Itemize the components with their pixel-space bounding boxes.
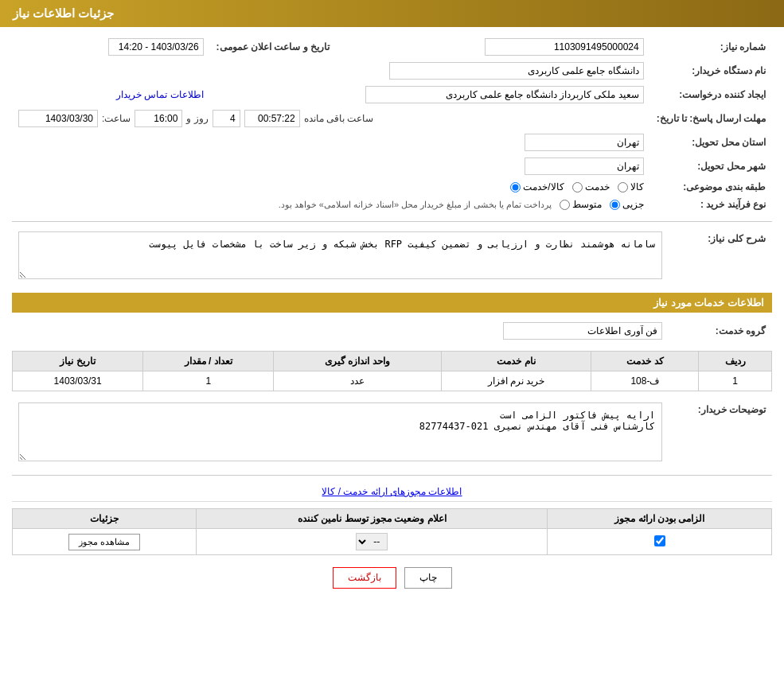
category-cell: کالا خدمت کالا/خدمت [12, 178, 650, 196]
purchase-type-label: نوع فرآیند خرید : [650, 196, 772, 213]
col-need-date: تاریخ نیاز [13, 352, 143, 371]
service-group-input[interactable] [503, 322, 662, 340]
permits-section-link: اطلاعات مجوزهای ارائه خدمت / کالا [12, 482, 772, 502]
city-label: شهر محل تحویل: [650, 154, 772, 178]
reply-time-label: ساعت: [102, 113, 131, 124]
radio-service[interactable] [572, 182, 583, 192]
radio-service-text: خدمت [585, 181, 610, 192]
requester-label: ایجاد کننده درخواست: [650, 83, 772, 107]
radio-goods[interactable] [618, 182, 628, 192]
col-service-code: کد خدمت [591, 352, 699, 371]
permit-details-cell: مشاهده مجوز [13, 529, 197, 555]
permit-required-checkbox[interactable] [654, 535, 665, 546]
need-number-input[interactable] [485, 38, 644, 56]
service-group-table: گروه خدمت: [12, 319, 772, 343]
buyer-org-label: نام دستگاه خریدار: [650, 59, 772, 83]
buyer-org-input[interactable] [389, 62, 644, 80]
services-section-title: اطلاعات خدمات مورد نیاز [12, 293, 772, 313]
col-unit: واحد اندازه گیری [274, 352, 441, 371]
list-item: -- مشاهده مجوز [13, 529, 772, 555]
buyer-notes-table: توضیحات خریدار: [12, 399, 772, 467]
divider-2 [12, 475, 772, 476]
category-label: طبقه بندی موضوعی: [650, 178, 772, 196]
col-row-num: ردیف [699, 352, 772, 371]
need-number-label: شماره نیاز: [650, 35, 772, 59]
province-input[interactable] [525, 134, 644, 151]
reply-time-input[interactable] [135, 110, 182, 127]
city-cell [12, 154, 650, 178]
reply-date-input[interactable] [18, 110, 98, 127]
contact-link-cell: اطلاعات تماس خریدار [12, 83, 210, 107]
buyer-notes-cell [12, 399, 669, 467]
announce-date-input[interactable] [108, 38, 204, 56]
view-permit-button[interactable]: مشاهده مجوز [68, 534, 140, 550]
cell-need-date: 1403/03/31 [13, 371, 143, 391]
purchase-note: پرداخت تمام یا بخشی از مبلغ خریدار محل «… [279, 200, 552, 210]
radio-service-label[interactable]: خدمت [572, 181, 610, 192]
cell-service-name: خرید نرم افزار [441, 371, 591, 391]
services-table: ردیف کد خدمت نام خدمت واحد اندازه گیری ت… [12, 351, 772, 391]
permit-col-status: اعلام وضعیت مجوز توسط نامین کننده [197, 509, 548, 529]
reply-deadline-cell: ساعت: روز و ساعت باقی مانده [12, 107, 650, 130]
buyer-notes-textarea[interactable] [18, 402, 662, 461]
cell-quantity: 1 [143, 371, 274, 391]
contact-link[interactable]: اطلاعات تماس خریدار [116, 89, 204, 100]
info-table: شماره نیاز: تاریخ و ساعت اعلان عمومی: نا… [12, 35, 772, 213]
cell-row-num: 1 [699, 371, 772, 391]
cell-unit: عدد [274, 371, 441, 391]
radio-medium-text: متوسط [572, 199, 602, 210]
radio-medium[interactable] [560, 200, 570, 210]
cell-service-code: ف-108 [591, 371, 699, 391]
permit-status-select[interactable]: -- [356, 533, 388, 550]
permit-status-cell: -- [197, 529, 548, 555]
table-row: 1 ف-108 خرید نرم افزار عدد 1 1403/03/31 [13, 371, 772, 391]
requester-cell [210, 83, 650, 107]
service-group-label: گروه خدمت: [669, 319, 772, 343]
province-label: استان محل تحویل: [650, 130, 772, 154]
bottom-buttons: چاپ بازگشت [12, 567, 772, 589]
col-service-name: نام خدمت [441, 352, 591, 371]
radio-medium-label[interactable]: متوسط [560, 199, 602, 210]
days-label: روز و [186, 113, 208, 124]
city-input[interactable] [525, 157, 644, 175]
description-textarea[interactable] [18, 231, 662, 279]
reply-deadline-label: مهلت ارسال پاسخ: تا تاریخ: [650, 107, 772, 130]
radio-goods-service[interactable] [510, 182, 521, 192]
print-button[interactable]: چاپ [404, 567, 452, 589]
page-header: جزئیات اطلاعات نیاز [0, 0, 784, 27]
col-quantity: تعداد / مقدار [143, 352, 274, 371]
description-cell [12, 228, 669, 285]
radio-partial-label[interactable]: جزیی [610, 199, 644, 210]
announce-date-label: تاریخ و ساعت اعلان عمومی: [210, 35, 336, 59]
back-button[interactable]: بازگشت [333, 567, 396, 589]
permit-col-details: جزئیات [13, 509, 197, 529]
description-table: شرح کلی نیاز: [12, 228, 772, 285]
permit-required-cell [548, 529, 772, 555]
radio-goods-service-text: کالا/خدمت [523, 181, 564, 192]
description-label: شرح کلی نیاز: [669, 228, 772, 285]
need-number-cell [336, 35, 650, 59]
province-cell [12, 130, 650, 154]
permit-col-required: الزامی بودن ارائه مجوز [548, 509, 772, 529]
service-group-cell [12, 319, 669, 343]
buyer-org-cell [12, 59, 650, 83]
radio-partial-text: جزیی [622, 199, 644, 210]
announce-date-cell [12, 35, 210, 59]
requester-input[interactable] [365, 86, 644, 103]
radio-goods-text: کالا [630, 181, 644, 192]
time-remaining-label: ساعت باقی مانده [304, 113, 374, 124]
permits-link[interactable]: اطلاعات مجوزهای ارائه خدمت / کالا [322, 486, 462, 497]
purchase-type-cell: جزیی متوسط پرداخت تمام یا بخشی از مبلغ خ… [12, 196, 650, 213]
header-title: جزئیات اطلاعات نیاز [13, 6, 114, 20]
radio-partial[interactable] [610, 200, 620, 210]
time-remaining-input[interactable] [244, 110, 300, 127]
days-input[interactable] [213, 110, 240, 127]
buyer-notes-label: توضیحات خریدار: [669, 399, 772, 467]
permits-table: الزامی بودن ارائه مجوز اعلام وضعیت مجوز … [12, 508, 772, 555]
radio-goods-service-label[interactable]: کالا/خدمت [510, 181, 564, 192]
divider-1 [12, 221, 772, 222]
radio-goods-label[interactable]: کالا [618, 181, 644, 192]
